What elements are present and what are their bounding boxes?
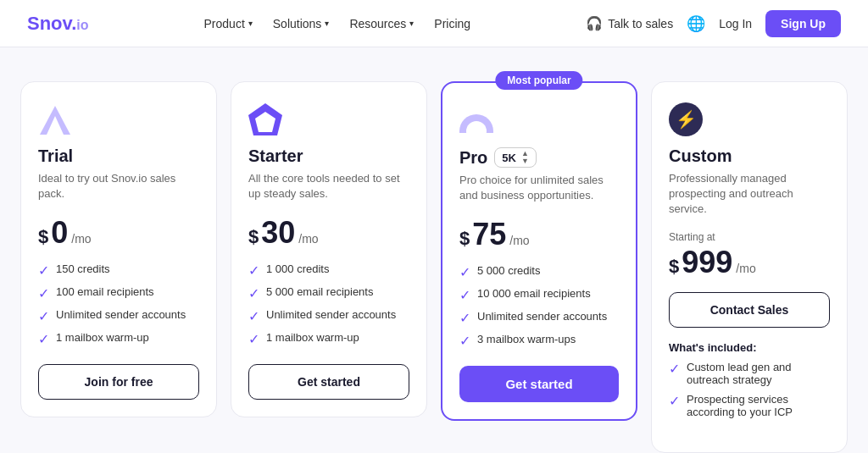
pro-title-row: Pro 5K ▲ ▼	[459, 147, 619, 168]
list-item: ✓ Custom lead gen and outreach strategy	[669, 361, 830, 386]
chevron-down-icon: ▾	[248, 19, 253, 28]
starter-cta-button[interactable]: Get started	[248, 364, 409, 400]
check-icon: ✓	[248, 262, 259, 279]
check-icon: ✓	[459, 287, 470, 303]
trial-price: $ 0 /mo	[38, 215, 199, 251]
list-item: ✓ Unlimited sender accounts	[248, 308, 409, 324]
starter-features: ✓ 1 000 credits ✓ 5 000 email recipients…	[248, 262, 409, 347]
list-item: ✓ 150 credits	[38, 262, 199, 279]
starter-icon-wrap	[248, 102, 282, 136]
chevron-down-icon: ▾	[325, 19, 329, 28]
globe-icon[interactable]: 🌐	[687, 14, 705, 33]
custom-title: Custom	[669, 146, 830, 166]
list-item: ✓ 1 mailbox warm-up	[248, 331, 409, 347]
navbar: Snov.io Product ▾ Solutions ▾ Resources …	[0, 0, 868, 47]
check-icon: ✓	[248, 285, 259, 301]
list-item: ✓ 1 mailbox warm-up	[38, 331, 199, 347]
most-popular-badge: Most popular	[495, 71, 582, 90]
custom-starting-at: Starting at	[669, 231, 830, 243]
plan-trial: Trial Ideal to try out Snov.io sales pac…	[20, 81, 217, 417]
list-item: ✓ 1 000 credits	[248, 262, 409, 279]
custom-icon-wrap: ⚡	[669, 102, 703, 136]
trial-svg-icon	[38, 104, 72, 136]
pro-cta-button[interactable]: Get started	[459, 366, 619, 402]
pro-desc: Pro choice for unlimited sales and busin…	[459, 173, 619, 203]
login-button[interactable]: Log In	[719, 17, 752, 30]
check-icon: ✓	[669, 393, 680, 409]
trial-icon-wrap	[38, 102, 72, 136]
list-item: ✓ 3 mailbox warm-ups	[459, 333, 619, 349]
check-icon: ✓	[669, 361, 680, 377]
list-item: ✓ Unlimited sender accounts	[459, 310, 619, 326]
check-icon: ✓	[38, 331, 49, 347]
pro-price: $ 75 /mo	[459, 217, 619, 252]
pro-plan-selector[interactable]: 5K ▲ ▼	[494, 147, 537, 168]
check-icon: ✓	[459, 333, 470, 349]
trial-desc: Ideal to try out Snov.io sales pack.	[38, 171, 199, 202]
up-down-icon: ▲ ▼	[521, 150, 529, 165]
pro-title: Pro	[459, 148, 487, 168]
check-icon: ✓	[248, 308, 259, 324]
custom-cta-button[interactable]: Contact Sales	[669, 292, 830, 328]
trial-title: Trial	[38, 146, 199, 166]
custom-lightning-icon: ⚡	[669, 102, 703, 136]
plan-custom: ⚡ Custom Professionally managed prospect…	[651, 81, 848, 453]
list-item: ✓ 5 000 email recipients	[248, 285, 409, 301]
starter-svg-icon	[248, 103, 282, 135]
list-item: ✓ Unlimited sender accounts	[38, 308, 199, 324]
main-content: Trial Ideal to try out Snov.io sales pac…	[0, 47, 868, 453]
whats-included-section: What's included: ✓ Custom lead gen and o…	[669, 341, 830, 418]
nav-resources[interactable]: Resources ▾	[349, 17, 414, 30]
list-item: ✓ 10 000 email recipients	[459, 287, 619, 303]
check-icon: ✓	[459, 264, 470, 280]
trial-cta-button[interactable]: Join for free	[38, 364, 199, 400]
nav-product[interactable]: Product ▾	[204, 17, 253, 30]
check-icon: ✓	[38, 262, 49, 279]
list-item: ✓ Prospecting services according to your…	[669, 393, 830, 418]
starter-desc: All the core tools needed to set up stea…	[248, 171, 409, 202]
pro-icon-wrap	[459, 103, 493, 137]
starter-price: $ 30 /mo	[248, 215, 409, 251]
whats-included-title: What's included:	[669, 341, 830, 354]
list-item: ✓ 5 000 credits	[459, 264, 619, 280]
plan-pro: Most popular Pro 5K ▲ ▼ Pro choice for u…	[441, 81, 637, 421]
list-item: ✓ 100 email recipients	[38, 285, 199, 301]
trial-icon	[38, 102, 72, 136]
starter-title: Starter	[248, 146, 409, 166]
nav-right: 🎧 Talk to sales 🌐 Log In Sign Up	[586, 10, 841, 37]
check-icon: ✓	[38, 285, 49, 301]
pricing-grid: Trial Ideal to try out Snov.io sales pac…	[20, 81, 848, 453]
headset-icon: 🎧	[586, 15, 603, 31]
signup-button[interactable]: Sign Up	[765, 10, 841, 37]
trial-features: ✓ 150 credits ✓ 100 email recipients ✓ U…	[38, 262, 199, 347]
check-icon: ✓	[248, 331, 259, 347]
custom-price: $ 999 /mo	[669, 245, 830, 280]
nav-logo[interactable]: Snov.io	[27, 13, 89, 35]
custom-features: ✓ Custom lead gen and outreach strategy …	[669, 361, 830, 418]
talk-to-sales-link[interactable]: 🎧 Talk to sales	[586, 15, 673, 31]
pro-features: ✓ 5 000 credits ✓ 10 000 email recipient…	[459, 264, 619, 349]
custom-desc: Professionally managed prospecting and o…	[669, 171, 830, 218]
pro-svg-icon	[459, 108, 493, 133]
nav-solutions[interactable]: Solutions ▾	[273, 17, 330, 30]
check-icon: ✓	[38, 308, 49, 324]
check-icon: ✓	[459, 310, 470, 326]
plan-starter: Starter All the core tools needed to set…	[231, 81, 427, 417]
nav-links: Product ▾ Solutions ▾ Resources ▾ Pricin…	[204, 17, 471, 30]
chevron-down-icon: ▾	[409, 19, 414, 28]
nav-pricing[interactable]: Pricing	[434, 17, 470, 30]
